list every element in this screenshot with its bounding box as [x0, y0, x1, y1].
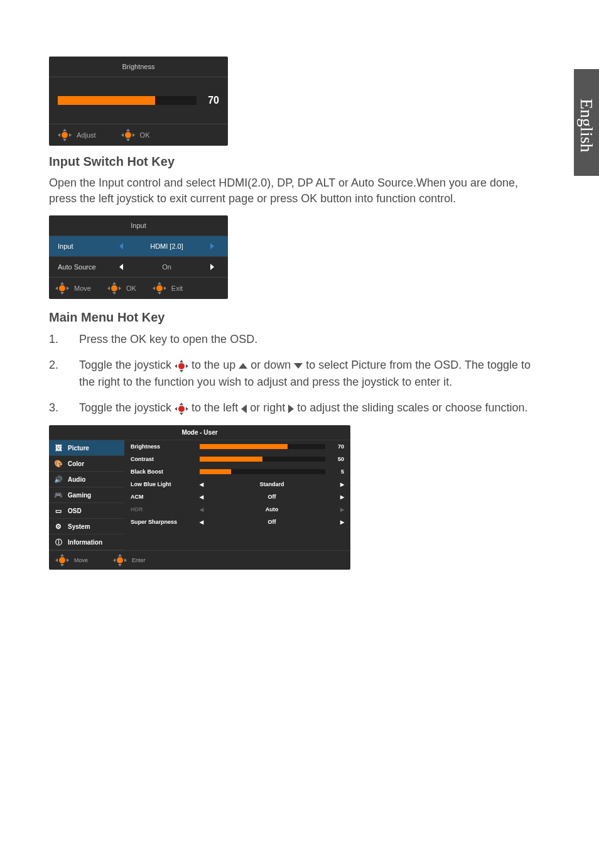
joystick-icon — [55, 283, 69, 294]
step-text: to adjust the sliding scales or choose f… — [297, 401, 527, 414]
sidebar-item-label: Gaming — [68, 492, 91, 499]
chevron-right-icon[interactable]: ▶ — [340, 494, 344, 500]
hint-enter: Enter — [113, 555, 146, 566]
input-row[interactable]: InputHDMI [2.0] — [49, 236, 228, 256]
setting-value: Auto — [266, 506, 279, 513]
main-panel-title: Mode - User — [49, 425, 350, 440]
setting-row-hdr: HDR◀Auto▶ — [124, 503, 350, 516]
sidebar-item-gaming[interactable]: 🎮Gaming — [49, 487, 124, 503]
chevron-right-icon[interactable] — [210, 264, 214, 270]
sidebar-item-system[interactable]: ⚙System — [49, 519, 124, 534]
input-rows: InputHDMI [2.0]Auto SourceOn — [49, 236, 228, 277]
sidebar-item-label: System — [68, 523, 90, 530]
sidebar-item-picture[interactable]: 🖼Picture — [49, 440, 124, 456]
setting-row-super-sharpness[interactable]: Super Sharpness◀Off▶ — [124, 516, 350, 528]
step-text: Toggle the joystick — [79, 359, 175, 371]
input-row-label: Input — [58, 242, 114, 250]
hint-move-label: Move — [74, 557, 88, 563]
hint-move: Move — [55, 555, 88, 566]
joystick-icon — [175, 361, 188, 372]
osd-main-panel: Mode - User 🖼Picture🎨Color🔊Audio🎮Gaming▭… — [49, 425, 350, 570]
step-text: or right — [250, 401, 288, 414]
main-menu-steps: Press the OK key to open the OSD. Toggle… — [49, 331, 549, 416]
chevron-right-icon[interactable]: ▶ — [340, 482, 344, 487]
sidebar-item-audio[interactable]: 🔊Audio — [49, 472, 124, 487]
setting-label: HDR — [131, 506, 200, 513]
osd-brightness-title: Brightness — [49, 57, 228, 77]
sidebar-item-information[interactable]: ⓘInformation — [49, 534, 124, 550]
arrow-up-icon — [239, 363, 247, 369]
sidebar-item-label: Color — [68, 460, 84, 467]
setting-label: Super Sharpness — [131, 519, 200, 525]
main-content: Brightness70Contrast50Black Boost5Low Bl… — [124, 440, 350, 550]
step-1: Press the OK key to open the OSD. — [49, 331, 549, 348]
hint-ok: OK — [121, 129, 150, 141]
setting-slider[interactable] — [200, 469, 325, 474]
setting-value: 5 — [329, 469, 344, 475]
setting-selector[interactable]: ◀Standard▶ — [200, 481, 344, 487]
setting-value: Off — [268, 494, 276, 500]
setting-slider[interactable] — [200, 457, 325, 462]
information-icon: ⓘ — [54, 538, 63, 546]
hint-exit: Exit — [153, 283, 183, 294]
chevron-right-icon[interactable] — [210, 243, 214, 249]
input-row-value: HDMI [2.0] — [128, 242, 205, 250]
setting-row-acm[interactable]: ACM◀Off▶ — [124, 491, 350, 503]
sidebar-item-color[interactable]: 🎨Color — [49, 456, 124, 472]
brightness-slider-row: 70 — [49, 77, 228, 124]
joystick-icon — [107, 283, 121, 294]
setting-label: Low Blue Light — [131, 481, 200, 487]
picture-icon: 🖼 — [54, 443, 63, 452]
step-text: Toggle the joystick — [79, 401, 175, 414]
chevron-left-icon[interactable]: ◀ — [200, 519, 203, 525]
joystick-icon — [121, 129, 135, 141]
hint-ok: OK — [107, 283, 136, 294]
document-page: English Brightness 70 Adjust OK Input Sw… — [0, 0, 599, 868]
chevron-left-icon[interactable] — [119, 264, 123, 270]
joystick-icon — [153, 283, 166, 294]
setting-selector[interactable]: ◀Off▶ — [200, 494, 344, 500]
sidebar-item-osd[interactable]: ▭OSD — [49, 503, 124, 519]
main-hints: Move Enter — [49, 550, 350, 570]
hint-enter-label: Enter — [132, 557, 146, 563]
brightness-value: 70 — [208, 95, 219, 106]
input-row-label: Auto Source — [58, 263, 114, 271]
sidebar-item-label: Information — [68, 539, 102, 546]
setting-value: 50 — [329, 456, 344, 462]
osd-brightness-panel: Brightness 70 Adjust OK — [49, 57, 228, 146]
main-menu-heading: Main Menu Hot Key — [49, 310, 549, 325]
hint-adjust-label: Adjust — [77, 131, 96, 139]
input-row[interactable]: Auto SourceOn — [49, 256, 228, 277]
setting-label: Brightness — [131, 443, 200, 450]
chevron-left-icon[interactable]: ◀ — [200, 494, 203, 500]
setting-value: Off — [268, 519, 276, 525]
language-tab: English — [574, 69, 599, 176]
setting-row-black-boost[interactable]: Black Boost5 — [124, 465, 350, 478]
setting-value: 70 — [329, 443, 344, 450]
setting-label: Contrast — [131, 456, 200, 462]
setting-row-contrast[interactable]: Contrast50 — [124, 453, 350, 465]
input-switch-paragraph: Open the Input control and select HDMI(2… — [49, 175, 549, 207]
setting-row-low-blue-light[interactable]: Low Blue Light◀Standard▶ — [124, 478, 350, 491]
step-text: to the left — [192, 401, 241, 414]
step-text: to the up — [192, 359, 239, 371]
chevron-left-icon: ◀ — [200, 507, 203, 513]
step-text: or down — [251, 359, 294, 371]
chevron-left-icon[interactable] — [119, 243, 123, 249]
osd-input-panel: Input InputHDMI [2.0]Auto SourceOn Move … — [49, 215, 228, 299]
hint-move-label: Move — [74, 285, 91, 292]
audio-icon: 🔊 — [54, 475, 63, 484]
osd-icon: ▭ — [54, 506, 63, 515]
setting-row-brightness[interactable]: Brightness70 — [124, 440, 350, 453]
joystick-icon — [58, 129, 72, 141]
input-row-value: On — [128, 263, 205, 271]
chevron-left-icon[interactable]: ◀ — [200, 482, 203, 487]
input-hints: Move OK Exit — [49, 277, 228, 299]
input-switch-heading: Input Switch Hot Key — [49, 155, 549, 169]
chevron-right-icon[interactable]: ▶ — [340, 519, 344, 525]
brightness-slider[interactable] — [58, 96, 197, 105]
setting-slider[interactable] — [200, 444, 325, 449]
setting-selector[interactable]: ◀Off▶ — [200, 519, 344, 525]
joystick-icon — [175, 403, 188, 415]
joystick-icon — [113, 555, 127, 566]
